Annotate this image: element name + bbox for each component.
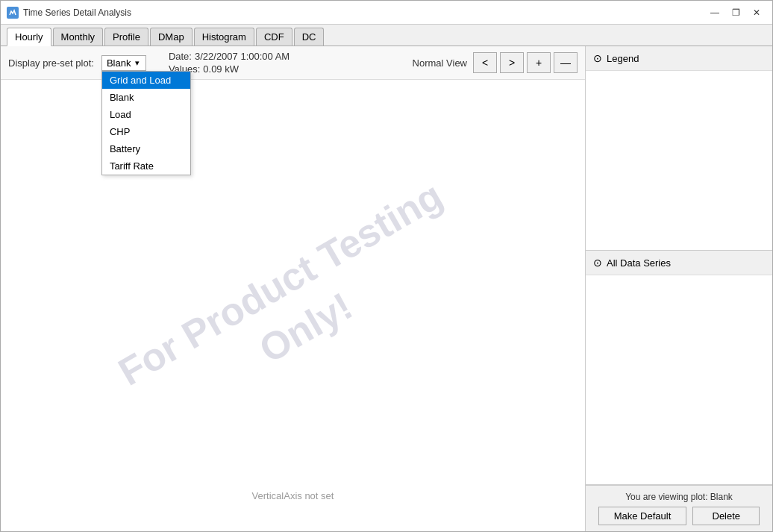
watermark: For Product Testing Only! <box>42 131 545 480</box>
axis-label: VerticalAxis not set <box>252 490 334 501</box>
preset-dropdown[interactable]: Blank <box>101 55 146 71</box>
nav-next-button[interactable]: > <box>500 52 524 73</box>
normal-view-label: Normal View <box>413 57 467 69</box>
all-data-body <box>586 275 772 484</box>
window-controls: — ❐ ✕ <box>705 5 766 20</box>
tab-monthly[interactable]: Monthly <box>53 28 104 46</box>
nav-controls: Normal View < > + — <box>413 52 578 73</box>
app-icon <box>7 7 19 19</box>
tab-dmap[interactable]: DMap <box>150 28 193 46</box>
bottom-bar: You are viewing plot: Blank Make Default… <box>586 485 772 531</box>
viewing-text: You are viewing plot: Blank <box>593 492 765 502</box>
dropdown-item-load[interactable]: Load <box>102 106 190 123</box>
all-data-section: ⊙ All Data Series <box>586 251 772 485</box>
toolbar: Display pre-set plot: Blank Grid and Loa… <box>1 46 585 80</box>
zoom-out-button[interactable]: — <box>554 52 578 73</box>
title-bar: Time Series Detail Analysis — ❐ ✕ <box>1 1 772 25</box>
dropdown-item-battery[interactable]: Battery <box>102 140 190 157</box>
tab-hourly[interactable]: Hourly <box>7 28 51 46</box>
main-window: Time Series Detail Analysis — ❐ ✕ Hourly… <box>0 0 773 532</box>
legend-chevron: ⊙ <box>593 52 602 64</box>
tab-profile[interactable]: Profile <box>104 28 148 46</box>
tabs-bar: Hourly Monthly Profile DMap Histogram CD… <box>1 25 772 46</box>
window-title: Time Series Detail Analysis <box>23 7 705 18</box>
dropdown-value: Blank <box>107 57 131 69</box>
main-panel: Display pre-set plot: Blank Grid and Loa… <box>1 46 586 531</box>
chart-area: For Product Testing Only! VerticalAxis n… <box>1 80 585 531</box>
all-data-title: All Data Series <box>607 257 671 269</box>
dropdown-item-blank[interactable]: Blank <box>102 89 190 106</box>
legend-body <box>586 71 772 250</box>
close-button[interactable]: ✕ <box>747 5 766 20</box>
delete-button[interactable]: Delete <box>692 507 760 525</box>
nav-prev-button[interactable]: < <box>473 52 497 73</box>
tab-dc[interactable]: DC <box>294 28 325 46</box>
dropdown-item-tariff-rate[interactable]: Tariff Rate <box>102 157 190 175</box>
make-default-button[interactable]: Make Default <box>598 507 687 525</box>
dropdown-item-chp[interactable]: CHP <box>102 123 190 140</box>
tab-cdf[interactable]: CDF <box>256 28 292 46</box>
tab-histogram[interactable]: Histogram <box>194 28 254 46</box>
legend-title: Legend <box>607 53 639 64</box>
content-area: Display pre-set plot: Blank Grid and Loa… <box>1 46 772 531</box>
date-value: Date:3/22/2007 1:00:00 AM <box>169 51 290 62</box>
zoom-in-button[interactable]: + <box>527 52 551 73</box>
all-data-header[interactable]: ⊙ All Data Series <box>586 251 772 275</box>
preset-dropdown-wrapper: Blank Grid and Load Blank Load CHP Batte… <box>101 55 146 71</box>
dropdown-item-grid-and-load[interactable]: Grid and Load <box>102 72 190 89</box>
maximize-button[interactable]: ❐ <box>726 5 745 20</box>
preset-label: Display pre-set plot: <box>8 57 94 69</box>
dropdown-menu: Grid and Load Blank Load CHP Battery Tar… <box>101 71 191 175</box>
bottom-buttons: Make Default Delete <box>593 507 765 525</box>
all-data-chevron: ⊙ <box>593 257 602 269</box>
minimize-button[interactable]: — <box>705 5 725 20</box>
legend-section: ⊙ Legend <box>586 46 772 251</box>
legend-header[interactable]: ⊙ Legend <box>586 46 772 71</box>
right-panel: ⊙ Legend ⊙ All Data Series You are viewi… <box>586 46 772 531</box>
